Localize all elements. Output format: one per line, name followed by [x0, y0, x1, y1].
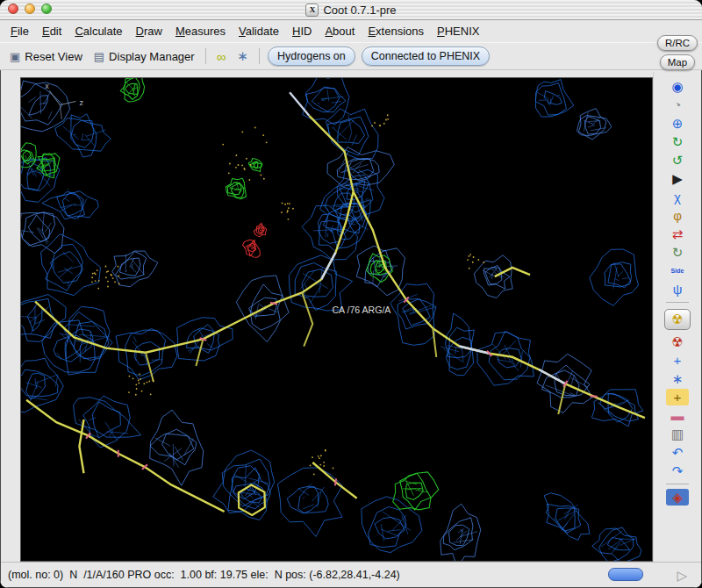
chi-angles-icon[interactable]: χ: [666, 189, 689, 205]
undo-icon[interactable]: ↶: [666, 444, 689, 461]
menu-item-calculate[interactable]: Calculate: [75, 25, 122, 38]
title-wrap: X Coot 0.7.1-pre: [305, 4, 396, 17]
spin-view-icon[interactable]: ↺: [666, 152, 689, 169]
titlebar[interactable]: X Coot 0.7.1-pre: [0, 0, 702, 20]
canvas-area: xz CA /76 ARG/A: [1, 72, 653, 562]
axis-x-label: x: [45, 82, 49, 90]
refine-zone-icon[interactable]: ☢: [664, 309, 691, 330]
hydrogens-toggle-button[interactable]: Hydrogens on: [268, 47, 355, 66]
phenix-connection-button[interactable]: Connected to PHENIX: [362, 47, 490, 66]
reset-view-icon: ▣: [10, 50, 20, 63]
x11-app-icon: X: [305, 4, 319, 17]
menu-item-phenix[interactable]: PHENIX: [437, 25, 479, 38]
residue-label: CA /76 ARG/A: [332, 305, 391, 315]
builder-icon: ∗: [237, 48, 248, 64]
add-atom-icon[interactable]: +: [666, 352, 689, 369]
menu-item-file[interactable]: File: [11, 25, 29, 38]
window-title: Coot 0.7.1-pre: [323, 4, 396, 17]
display-manager-button[interactable]: ▤ Display Manager: [91, 48, 197, 65]
menu-item-draw[interactable]: Draw: [136, 25, 162, 38]
menubar: FileEditCalculateDrawMeasuresValidateHID…: [0, 20, 702, 42]
toolbar-group-separator: [666, 484, 689, 484]
reset-view-button[interactable]: ▣ Reset View: [7, 48, 85, 65]
torsion-general-icon[interactable]: φ: [666, 207, 689, 224]
menu-item-about[interactable]: About: [325, 25, 355, 38]
model-toolbar: ◉◔⊕↻↺▶χφ⇄↻Sideψ☢☢+∗+▬▥↶↷◈: [653, 72, 701, 562]
minimize-button[interactable]: [25, 4, 35, 14]
cycle-conformer-icon[interactable]: ↻: [666, 244, 689, 261]
add-residue-icon[interactable]: +: [666, 389, 689, 405]
zoom-button[interactable]: [41, 4, 52, 14]
ligand-icon: ∞: [217, 49, 226, 64]
status-text: (mol. no: 0) N /1/A/160 PRO occ: 1.00 bf…: [8, 569, 400, 581]
side-chain-flip-icon[interactable]: Side: [666, 262, 689, 279]
recenter-view-icon[interactable]: ◉: [666, 78, 689, 95]
display-manager-icon: ▤: [94, 50, 104, 63]
delete-atom-icon[interactable]: ▥: [666, 426, 689, 442]
regularize-zone-icon[interactable]: ☢: [666, 333, 689, 350]
menu-item-measures[interactable]: Measures: [176, 25, 226, 38]
run-refmac-icon[interactable]: ◈: [666, 489, 689, 506]
toolbar-separator: [205, 48, 206, 64]
menu-item-validate[interactable]: Validate: [239, 25, 279, 38]
auto-fit-icon[interactable]: ∗: [666, 370, 689, 387]
density-mesh: xz: [20, 77, 645, 562]
molecular-viewport[interactable]: xz CA /76 ARG/A: [20, 77, 653, 562]
move-zone-icon[interactable]: ⊕: [666, 115, 689, 132]
window-controls: [8, 4, 52, 14]
toolbar-group-separator: [666, 302, 689, 303]
map-button[interactable]: Map: [660, 54, 695, 70]
ligand-tool-button[interactable]: ∞: [214, 47, 229, 66]
play-icon[interactable]: ▶: [666, 170, 689, 187]
scroll-thumb[interactable]: [608, 568, 643, 581]
main-area: xz CA /76 ARG/A ◉◔⊕↻↺▶χφ⇄↻Sideψ☢☢+∗+▬▥↶↷…: [1, 72, 701, 562]
clock-icon[interactable]: ◔: [666, 97, 689, 113]
flip-peptide-icon[interactable]: ⇄: [666, 226, 689, 242]
coot-window: X Coot 0.7.1-pre FileEditCalculateDrawMe…: [0, 0, 702, 588]
statusbar: (mol. no: 0) N /1/A/160 PRO occ: 1.00 bf…: [1, 562, 701, 587]
alt-conf-icon[interactable]: ▬: [666, 407, 689, 424]
corner-buttons: R/RC Map: [657, 35, 698, 70]
reset-view-label: Reset View: [25, 50, 82, 63]
close-button[interactable]: [8, 4, 18, 14]
display-manager-label: Display Manager: [109, 50, 195, 63]
redo-icon[interactable]: ↷: [666, 463, 689, 479]
builder-tool-button[interactable]: ∗: [234, 47, 251, 66]
rrc-button[interactable]: R/RC: [657, 35, 698, 51]
rotate-zone-icon[interactable]: ↻: [666, 133, 689, 150]
menu-item-edit[interactable]: Edit: [42, 25, 61, 38]
menu-item-extensions[interactable]: Extensions: [368, 25, 424, 38]
toolbar-separator: [259, 48, 260, 64]
resize-grip-icon[interactable]: ▷: [677, 568, 687, 584]
toolbar: ▣ Reset View ▤ Display Manager ∞ ∗ Hydro…: [0, 42, 702, 70]
menu-item-hid[interactable]: HID: [292, 25, 312, 38]
axis-z-label: z: [79, 98, 83, 107]
backbone-icon[interactable]: ψ: [666, 281, 689, 298]
